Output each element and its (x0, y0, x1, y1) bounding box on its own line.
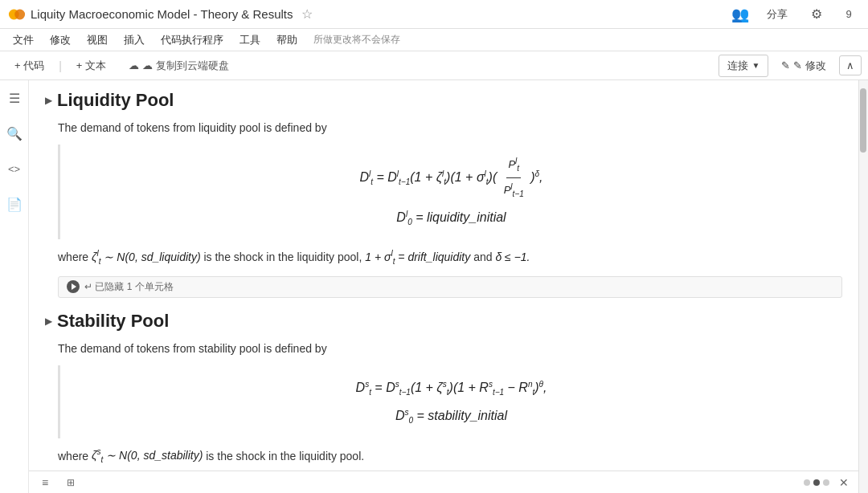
liquidity-math-block: Dlt = Dlt−1(1 + ζlt)(1 + σlt)( Plt Plt−1… (58, 145, 842, 239)
menu-view[interactable]: 视图 (80, 31, 114, 49)
liquidity-description: where ζlt ∼ N(0, sd_liquidity) is the sh… (58, 247, 842, 267)
user-icon: 👥 (731, 6, 749, 23)
hidden-cells-bar[interactable]: ↵ 已隐藏 1 个单元格 (58, 276, 842, 298)
doc-title: Liquity Macroeconomic Model - Theory & R… (31, 7, 293, 21)
add-text-button[interactable]: + 文本 (68, 55, 114, 76)
stability-desc1: where ζst ∼ N(0, sd_stability) is the sh… (58, 446, 842, 467)
dot-1 (804, 479, 810, 486)
liquidity-pool-header[interactable]: ▶ Liquidity Pool (45, 90, 842, 111)
fraction: Plt Plt−1 (502, 153, 526, 203)
liquidity-pool-content: The demand of tokens from liquidity pool… (45, 119, 842, 298)
add-code-button[interactable]: + 代码 (6, 55, 52, 76)
edit-button[interactable]: ✎ ✎ 修改 (773, 55, 834, 76)
bottom-terminal-icon[interactable]: ⊞ (61, 473, 80, 492)
star-icon[interactable]: ☆ (301, 6, 313, 22)
menu-insert[interactable]: 插入 (117, 31, 151, 49)
sidebar-file-icon[interactable]: 📄 (3, 193, 26, 215)
left-sidebar: ☰ 🔍 <> 📄 (0, 80, 29, 493)
unsaved-notice: 所做更改将不会保存 (313, 33, 400, 47)
connect-button[interactable]: 连接 ▼ (719, 55, 768, 77)
liquidity-eq2: Dl0 = liquidity_initial (76, 203, 826, 231)
liquidity-pool-title: Liquidity Pool (57, 90, 174, 111)
sidebar-code-icon[interactable]: <> (3, 157, 26, 180)
section-toggle-liquidity[interactable]: ▶ (45, 95, 52, 106)
liquidity-intro: The demand of tokens from liquidity pool… (58, 119, 842, 136)
sidebar-menu-icon[interactable]: ☰ (3, 87, 26, 109)
hidden-cells-label: ↵ 已隐藏 1 个单元格 (84, 280, 174, 294)
menu-runtime[interactable]: 代码执行程序 (154, 31, 230, 49)
menu-edit[interactable]: 修改 (43, 31, 77, 49)
play-icon (67, 280, 80, 293)
chevron-down-icon: ▼ (751, 61, 760, 70)
menu-tools[interactable]: 工具 (233, 31, 267, 49)
section-toggle-stability[interactable]: ▶ (45, 316, 52, 327)
top-right-actions: 👥 分享 ⚙ 9 (731, 3, 860, 26)
toolbar: + 代码 | + 文本 ☁ ☁ 复制到云端硬盘 连接 ▼ ✎ ✎ 修改 ∧ (0, 51, 868, 80)
cloud-icon: ☁ (129, 59, 139, 71)
bottom-list-icon[interactable]: ≡ (35, 473, 55, 492)
section-liquidity-pool: ▶ Liquidity Pool The demand of tokens fr… (45, 90, 842, 298)
collapse-button[interactable]: ∧ (839, 55, 862, 75)
share-button[interactable]: 分享 (759, 4, 796, 25)
scrollbar-track[interactable] (858, 80, 868, 493)
settings-icon[interactable]: ⚙ (805, 3, 828, 26)
scrollbar-thumb[interactable] (860, 88, 866, 153)
top-bar: Liquity Macroeconomic Model - Theory & R… (0, 0, 868, 29)
close-button[interactable]: ✕ (836, 475, 852, 491)
dot-2 (813, 479, 820, 486)
toolbar-right: 连接 ▼ ✎ ✎ 修改 ∧ (719, 55, 862, 77)
menu-file[interactable]: 文件 (6, 31, 40, 49)
stability-pool-title: Stability Pool (57, 311, 169, 332)
user-count-icon: 9 (837, 3, 860, 26)
main-layout: ☰ 🔍 <> 📄 ▶ Liquidity Pool The demand of … (0, 80, 868, 493)
section-stability-pool: ▶ Stability Pool The demand of tokens fr… (45, 311, 842, 493)
stability-eq1: Dst = Dst−1(1 + ζst)(1 + Rst−1 − Rnt)θ, (76, 373, 826, 401)
liquidity-eq1: Dlt = Dlt−1(1 + ζlt)(1 + σlt)( Plt Plt−1… (76, 153, 826, 203)
stability-pool-header[interactable]: ▶ Stability Pool (45, 311, 842, 332)
sidebar-search-icon[interactable]: 🔍 (3, 122, 26, 145)
dot-indicators (804, 479, 829, 486)
cloud-save-button[interactable]: ☁ ☁ 复制到云端硬盘 (121, 55, 237, 76)
stability-eq2: Ds0 = stability_initial (76, 401, 826, 430)
bottom-toolbar: ≡ ⊞ ✕ (29, 471, 858, 493)
svg-point-1 (14, 9, 25, 19)
stability-math-block: Dst = Dst−1(1 + ζst)(1 + Rst−1 − Rnt)θ, … (58, 365, 842, 438)
pencil-icon: ✎ (781, 59, 790, 71)
dot-3 (823, 479, 829, 486)
content-area: ▶ Liquidity Pool The demand of tokens fr… (29, 80, 858, 493)
colab-logo (8, 6, 26, 23)
stability-intro: The demand of tokens from stability pool… (58, 340, 842, 357)
menu-help[interactable]: 帮助 (270, 31, 304, 49)
menu-bar: 文件 修改 视图 插入 代码执行程序 工具 帮助 所做更改将不会保存 (0, 29, 868, 51)
